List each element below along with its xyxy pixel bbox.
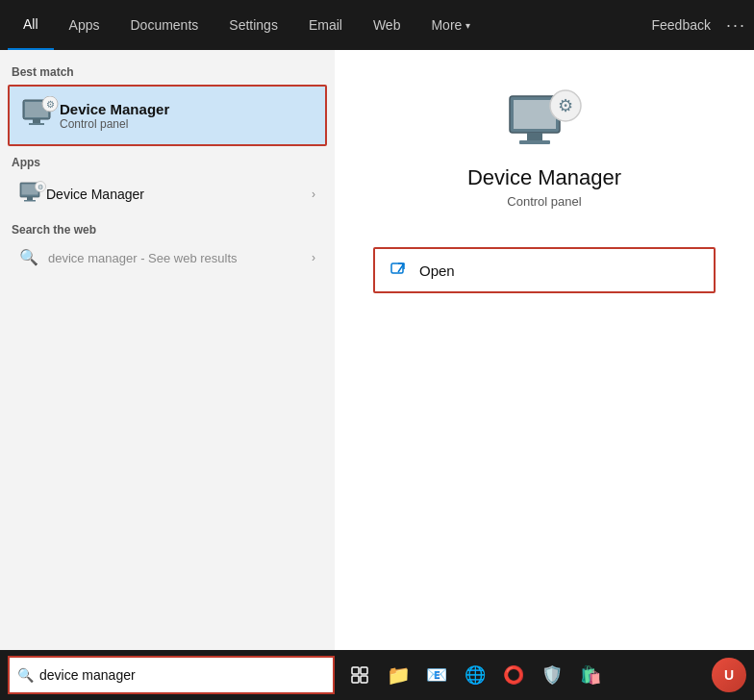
svg-rect-15 xyxy=(519,140,550,144)
nav-label-email: Email xyxy=(309,17,342,33)
svg-rect-23 xyxy=(361,676,367,683)
nav-item-apps[interactable]: Apps xyxy=(54,0,115,50)
open-button[interactable]: Open xyxy=(373,247,716,293)
taskbar-icon-store[interactable]: 🛍️ xyxy=(573,658,608,692)
nav-right: Feedback ··· xyxy=(652,15,747,36)
top-nav: All Apps Documents Settings Email Web Mo… xyxy=(0,0,754,50)
taskbar-right: U xyxy=(712,658,754,692)
svg-rect-9 xyxy=(24,200,36,202)
feedback-button[interactable]: Feedback xyxy=(652,17,711,33)
nav-item-all[interactable]: All xyxy=(8,0,54,50)
web-item-chevron: › xyxy=(312,251,315,264)
svg-text:⚙: ⚙ xyxy=(558,96,573,115)
taskbar-search-text[interactable]: device manager xyxy=(39,667,136,683)
svg-rect-2 xyxy=(33,119,40,123)
best-match-item[interactable]: ⚙ Device Manager Control panel xyxy=(8,85,327,146)
open-icon xyxy=(390,261,410,280)
svg-text:⚙: ⚙ xyxy=(38,184,43,190)
web-query: device manager xyxy=(48,251,138,265)
taskbar-icon-file-explorer[interactable]: 📁 xyxy=(381,658,415,692)
nav-item-email[interactable]: Email xyxy=(293,0,358,50)
taskbar-icons: 📁 📧 🌐 ⭕ 🛡️ 🛍️ xyxy=(342,658,608,692)
device-manager-icon-apps: ⚙ xyxy=(19,181,46,208)
main-container: Best match ⚙ Device Manager Control pane… xyxy=(0,50,754,650)
taskbar-icon-task-view[interactable] xyxy=(342,658,377,692)
best-match-text: Device Manager Control panel xyxy=(60,101,169,131)
app-item-title: Device Manager xyxy=(46,187,312,202)
taskbar-icon-outlook[interactable]: 📧 xyxy=(419,658,454,692)
nav-item-settings[interactable]: Settings xyxy=(214,0,293,50)
best-match-subtitle: Control panel xyxy=(60,117,169,131)
detail-subtitle: Control panel xyxy=(507,194,581,209)
user-avatar[interactable]: U xyxy=(712,658,746,692)
left-panel: Best match ⚙ Device Manager Control pane… xyxy=(0,50,335,650)
nav-label-settings: Settings xyxy=(229,17,278,33)
taskbar-icon-edge[interactable]: 🌐 xyxy=(458,658,492,692)
more-chevron-icon: ▾ xyxy=(465,20,470,31)
taskbar-icon-shield[interactable]: 🛡️ xyxy=(535,658,569,692)
taskbar: 🔍 device manager 📁 📧 🌐 ⭕ 🛡️ 🛍️ U xyxy=(0,650,754,700)
detail-title: Device Manager xyxy=(467,165,621,190)
svg-rect-14 xyxy=(527,133,542,140)
web-suffix: - See web results xyxy=(140,251,237,265)
svg-rect-21 xyxy=(361,667,367,674)
nav-item-more[interactable]: More ▾ xyxy=(415,0,486,50)
nav-label-all: All xyxy=(23,16,38,32)
nav-label-apps: Apps xyxy=(69,17,100,33)
search-bar[interactable]: 🔍 device manager xyxy=(8,656,335,694)
search-icon-web: 🔍 xyxy=(19,248,38,267)
right-panel: ⚙ Device Manager Control panel Open xyxy=(335,50,754,650)
apps-label: Apps xyxy=(0,152,335,173)
web-search-text: device manager - See web results xyxy=(48,251,312,265)
more-options-button[interactable]: ··· xyxy=(726,15,746,36)
nav-label-more: More xyxy=(431,17,462,33)
open-label: Open xyxy=(419,262,455,279)
app-item-chevron: › xyxy=(312,188,315,201)
nav-label-web: Web xyxy=(373,17,401,33)
svg-rect-22 xyxy=(352,676,359,683)
taskbar-icon-chrome[interactable]: ⭕ xyxy=(496,658,531,692)
web-section-label: Search the web xyxy=(0,219,335,240)
best-match-title: Device Manager xyxy=(60,101,169,117)
device-manager-icon-detail: ⚙ xyxy=(506,88,583,165)
web-search-item[interactable]: 🔍 device manager - See web results › xyxy=(8,240,327,275)
best-match-label: Best match xyxy=(0,62,335,83)
task-view-icon xyxy=(351,666,368,684)
svg-rect-20 xyxy=(352,667,359,674)
nav-label-documents: Documents xyxy=(130,17,198,33)
svg-text:⚙: ⚙ xyxy=(46,99,55,110)
nav-item-web[interactable]: Web xyxy=(358,0,416,50)
app-item-device-manager[interactable]: ⚙ Device Manager › xyxy=(8,173,327,215)
nav-item-documents[interactable]: Documents xyxy=(114,0,214,50)
taskbar-search-icon: 🔍 xyxy=(17,667,34,683)
svg-rect-3 xyxy=(29,123,44,125)
device-manager-icon-best-match: ⚙ xyxy=(21,96,60,135)
svg-rect-8 xyxy=(27,197,33,200)
